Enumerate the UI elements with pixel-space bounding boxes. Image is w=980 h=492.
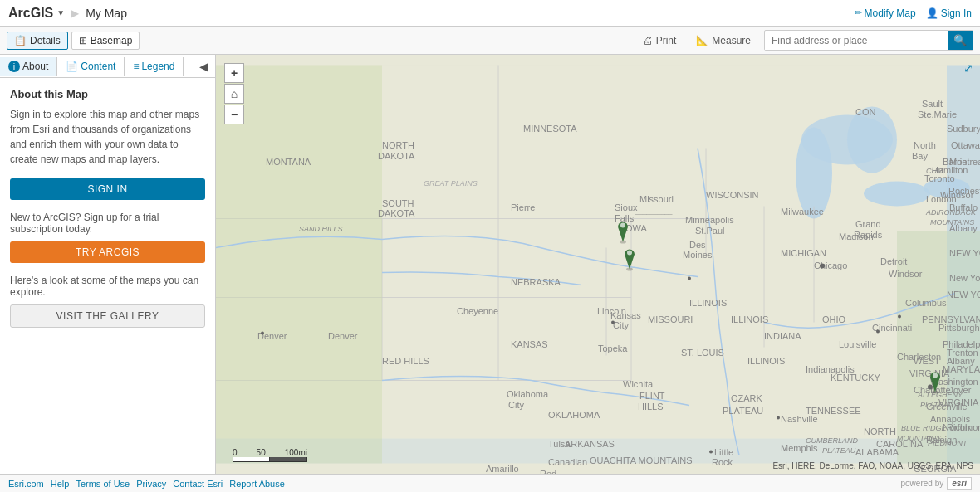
- visit-gallery-button[interactable]: VISIT THE GALLERY: [10, 304, 205, 328]
- svg-text:Windsor: Windsor: [889, 269, 923, 279]
- sidebar-content: About this Map Sign in to explore this m…: [0, 78, 215, 474]
- footer: Esri.com Help Terms of Use Privacy Conta…: [0, 474, 980, 492]
- svg-rect-20: [216, 66, 382, 464]
- details-label: Details: [30, 35, 61, 46]
- svg-text:PLATEAU: PLATEAU: [822, 446, 856, 455]
- footer-esri: powered by esri: [901, 477, 973, 490]
- topbar: ArcGIS ▼ ▶ My Map ✏ Modify Map 👤 Sign In: [0, 0, 980, 27]
- details-button[interactable]: 📋 Details: [7, 32, 68, 50]
- footer-link-privacy[interactable]: Privacy: [136, 479, 166, 489]
- scale-label-0: 0: [233, 448, 238, 457]
- user-icon: 👤: [926, 7, 938, 19]
- svg-text:Denver: Denver: [328, 331, 358, 341]
- svg-text:Pierre: Pierre: [511, 202, 535, 212]
- app-name: ArcGIS: [8, 6, 53, 21]
- basemap-label: Basemap: [91, 35, 133, 46]
- svg-text:Milwaukee: Milwaukee: [781, 207, 824, 217]
- svg-text:Lincoln: Lincoln: [597, 306, 626, 316]
- basemap-icon: ⊞: [79, 35, 87, 46]
- svg-text:Rock: Rock: [712, 457, 733, 467]
- svg-text:ILLINOIS: ILLINOIS: [747, 356, 785, 366]
- svg-text:Minneapolis: Minneapolis: [685, 215, 734, 225]
- scale-segment-1: [233, 457, 270, 461]
- scale-segment-2: [270, 457, 306, 461]
- measure-button[interactable]: 📐 Measure: [689, 32, 757, 49]
- map-controls: + ⌂ −: [224, 63, 244, 124]
- footer-link-help[interactable]: Help: [51, 479, 70, 489]
- svg-point-2: [796, 128, 832, 219]
- sign-in-link[interactable]: 👤 Sign In: [926, 7, 972, 19]
- content-icon: 📄: [66, 61, 78, 72]
- try-arcgis-button[interactable]: TRY ARCGIS: [10, 241, 205, 263]
- svg-text:Louisville: Louisville: [839, 339, 876, 349]
- search-input[interactable]: [765, 32, 948, 50]
- svg-text:NEW YORK: NEW YORK: [949, 248, 980, 258]
- svg-text:Bay: Bay: [912, 151, 928, 161]
- toolbar-left: 📋 Details ⊞ Basemap: [7, 32, 140, 50]
- svg-point-154: [688, 277, 691, 280]
- svg-text:Little: Little: [714, 447, 733, 457]
- svg-point-160: [898, 315, 901, 319]
- measure-label: Measure: [712, 35, 751, 46]
- search-button[interactable]: 🔍: [948, 31, 973, 50]
- svg-text:FLINT: FLINT: [639, 391, 665, 401]
- svg-text:WISCONSIN: WISCONSIN: [706, 190, 759, 200]
- scale-bar: 0 50 100mi: [233, 448, 307, 462]
- svg-text:Charleston: Charleston: [897, 352, 941, 362]
- svg-text:__________: __________: [635, 207, 673, 215]
- map-title: My Map: [86, 7, 127, 20]
- footer-link-terms[interactable]: Terms of Use: [76, 479, 130, 489]
- main: i About 📄 Content ≡ Legend ◀ About this …: [0, 55, 980, 474]
- svg-text:MISSOURI: MISSOURI: [648, 314, 693, 324]
- basemap-button[interactable]: ⊞ Basemap: [71, 32, 140, 50]
- svg-text:Topeka: Topeka: [598, 343, 628, 353]
- esri-badge: esri: [947, 477, 972, 490]
- content-tab-label: Content: [81, 61, 115, 72]
- scale-label-100: 100mi: [285, 448, 307, 457]
- zoom-out-button[interactable]: −: [224, 105, 244, 124]
- sidebar-tabs: i About 📄 Content ≡ Legend ◀: [0, 55, 215, 78]
- svg-text:NEBRASKA: NEBRASKA: [511, 277, 561, 287]
- map-area[interactable]: MONTANA NORTH DAKOTA MINNESOTA WISCONSIN…: [216, 55, 980, 474]
- footer-link-report[interactable]: Report Abuse: [229, 479, 285, 489]
- svg-text:Wichita: Wichita: [623, 379, 654, 389]
- svg-text:CUM: CUM: [926, 167, 943, 175]
- footer-link-esricom[interactable]: Esri.com: [8, 479, 44, 489]
- svg-text:Cheyenne: Cheyenne: [457, 306, 498, 316]
- svg-text:Fort: Fort: [606, 472, 623, 475]
- expand-button[interactable]: ⤢: [963, 61, 973, 75]
- svg-text:Sioux: Sioux: [615, 202, 638, 212]
- app-dropdown-arrow[interactable]: ▼: [56, 8, 65, 17]
- home-button[interactable]: ⌂: [224, 84, 244, 104]
- topbar-right: ✏ Modify Map 👤 Sign In: [855, 7, 972, 19]
- svg-text:City: City: [508, 400, 524, 410]
- footer-link-contact[interactable]: Contact Esri: [173, 479, 223, 489]
- svg-point-159: [709, 451, 713, 454]
- sidebar-tab-about[interactable]: i About: [0, 57, 57, 76]
- sidebar-tab-legend[interactable]: ≡ Legend: [125, 57, 184, 76]
- sidebar-collapse-button[interactable]: ◀: [193, 56, 215, 76]
- details-icon: 📋: [14, 35, 27, 46]
- zoom-in-button[interactable]: +: [224, 63, 244, 83]
- svg-text:Pittsburgh: Pittsburgh: [938, 323, 980, 333]
- scale-labels: 0 50 100mi: [233, 448, 307, 457]
- svg-text:Nashville: Nashville: [781, 414, 818, 424]
- svg-point-161: [876, 330, 880, 334]
- map-attribution: Esri, HERE, DeLorme, FAO, NOAA, USGS, EP…: [772, 461, 973, 470]
- scale-line: [233, 457, 307, 462]
- print-button[interactable]: 🖨 Print: [636, 32, 684, 49]
- toolbar-right: 🖨 Print 📐 Measure 🔍: [636, 30, 973, 51]
- svg-text:Indianapolis: Indianapolis: [806, 364, 855, 374]
- scale-label-50: 50: [257, 448, 266, 457]
- svg-text:ST. LOUIS: ST. LOUIS: [681, 348, 724, 358]
- svg-point-3: [864, 182, 930, 207]
- svg-point-163: [620, 223, 625, 228]
- sidebar-tab-content[interactable]: 📄 Content: [57, 57, 125, 76]
- svg-point-165: [627, 251, 632, 256]
- svg-text:Des: Des: [689, 240, 706, 250]
- gallery-description: Here's a look at some of the maps you ca…: [10, 275, 205, 298]
- svg-text:Tulsa: Tulsa: [548, 439, 571, 449]
- modify-map-link[interactable]: ✏ Modify Map: [855, 7, 916, 19]
- sign-in-button[interactable]: SIGN IN: [10, 178, 205, 200]
- search-box: 🔍: [764, 30, 973, 51]
